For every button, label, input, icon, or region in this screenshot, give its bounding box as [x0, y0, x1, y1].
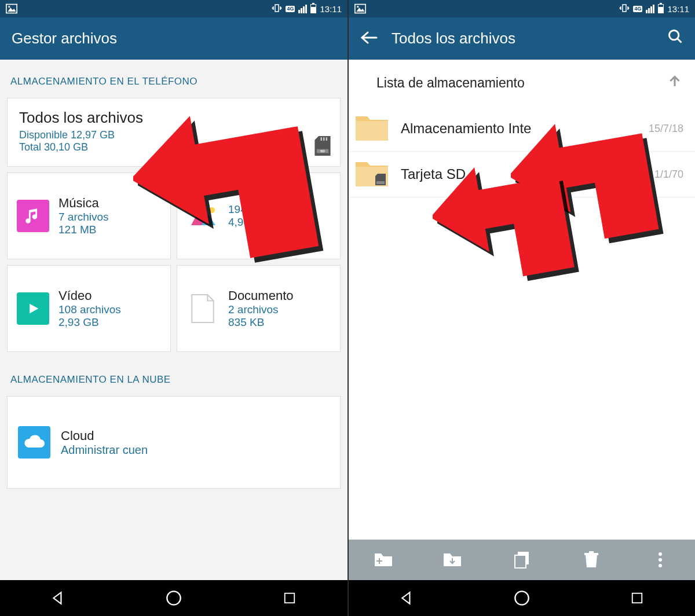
- tile-name: Vídeo: [58, 288, 121, 303]
- all-files-card[interactable]: Todos los archivos Disponible 12,97 GB T…: [7, 98, 341, 167]
- tile-count: 2 archivos: [228, 303, 294, 316]
- svg-point-34: [659, 564, 662, 567]
- content-right: Lista de almacenamiento Almacenamiento I…: [349, 60, 695, 540]
- row-date: 1/1/70: [654, 168, 683, 181]
- vibrate-icon: [619, 3, 630, 15]
- breadcrumb: Lista de almacenamiento: [349, 60, 695, 106]
- tile-size: 2,93 GB: [58, 316, 121, 329]
- network-badge: 4G: [633, 6, 642, 12]
- svg-rect-31: [589, 551, 594, 553]
- download-folder-button[interactable]: [418, 540, 488, 580]
- delete-button[interactable]: [557, 540, 626, 580]
- tile-count: 7 archivos: [58, 211, 109, 223]
- folder-sd-icon: [354, 160, 389, 189]
- svg-rect-36: [632, 593, 642, 603]
- nav-recent-button[interactable]: [628, 589, 646, 607]
- all-files-available: Disponible 12,97 GB: [19, 129, 328, 141]
- nav-back-button[interactable]: [398, 589, 415, 607]
- new-folder-button[interactable]: [349, 540, 418, 580]
- clock: 13:11: [667, 4, 689, 14]
- svg-text:SD: SD: [320, 149, 325, 153]
- nav-bar: [0, 580, 348, 616]
- svg-rect-7: [323, 137, 324, 141]
- svg-rect-19: [623, 5, 626, 12]
- tile-name: Música: [58, 196, 109, 211]
- back-button[interactable]: [360, 30, 378, 47]
- svg-marker-17: [356, 8, 364, 12]
- clock: 13:11: [320, 4, 342, 14]
- storage-row-internal[interactable]: Almacenamiento Inte 15/7/18: [349, 106, 695, 152]
- document-icon: [186, 292, 219, 325]
- nav-recent-button[interactable]: [281, 589, 298, 607]
- row-label: Tarjeta SD: [401, 166, 643, 182]
- vibrate-icon: [272, 3, 282, 15]
- svg-rect-3: [275, 5, 279, 12]
- section-cloud-storage: ALMACENAMIENTO EN LA NUBE: [0, 358, 348, 396]
- image-tile[interactable]: 194 4,98 GB: [177, 173, 341, 259]
- video-tile[interactable]: Vídeo 108 archivos 2,93 GB: [7, 265, 171, 352]
- svg-rect-8: [326, 137, 327, 141]
- all-files-total: Total 30,10 GB: [19, 141, 328, 153]
- signal-icon: [298, 5, 307, 13]
- app-title: Gestor archivos: [12, 30, 336, 47]
- folder-icon: [354, 114, 389, 143]
- phone-left: 4G 13:11 Gestor archivos ALMACENAMIENTO …: [0, 0, 348, 616]
- cloud-icon: [18, 426, 50, 459]
- picture-icon: [6, 3, 17, 14]
- cloud-card[interactable]: Cloud Administrar cuen: [7, 396, 341, 489]
- svg-marker-1: [8, 8, 16, 12]
- up-button[interactable]: [666, 72, 683, 93]
- nav-bar: [349, 580, 695, 616]
- video-icon: [17, 292, 49, 325]
- nav-home-button[interactable]: [165, 589, 182, 607]
- music-icon: [17, 200, 49, 232]
- svg-rect-21: [356, 121, 388, 141]
- copy-button[interactable]: [487, 540, 557, 580]
- status-bar: 4G 13:11: [349, 0, 695, 17]
- signal-icon: [646, 5, 654, 13]
- svg-rect-15: [285, 593, 295, 603]
- svg-rect-16: [355, 5, 365, 13]
- battery-icon: [658, 4, 664, 13]
- svg-rect-30: [584, 553, 598, 555]
- music-tile[interactable]: Música 7 archivos 121 MB: [7, 173, 171, 259]
- nav-home-button[interactable]: [513, 589, 531, 607]
- picture-icon: [354, 3, 366, 14]
- svg-point-33: [659, 558, 662, 562]
- cloud-name: Cloud: [61, 428, 148, 443]
- phone-right: 4G 13:11 Todos los archivos Lista de alm…: [348, 0, 695, 616]
- cloud-sub: Administrar cuen: [61, 443, 148, 457]
- row-label: Almacenamiento Inte: [401, 120, 637, 137]
- sd-card-icon: SD: [314, 136, 331, 158]
- svg-rect-0: [6, 5, 17, 13]
- row-date: 15/7/18: [649, 123, 683, 135]
- svg-rect-29: [515, 555, 526, 568]
- svg-point-11: [209, 207, 215, 213]
- tile-size: 4,98 GB: [228, 216, 269, 229]
- svg-point-32: [659, 552, 662, 556]
- battery-icon: [310, 4, 316, 13]
- bottom-toolbar: [349, 540, 695, 580]
- network-badge: 4G: [286, 6, 295, 12]
- more-button[interactable]: [626, 540, 695, 580]
- storage-row-sdcard[interactable]: Tarjeta SD 1/1/70: [349, 152, 695, 197]
- tile-count: 108 archivos: [58, 303, 121, 316]
- svg-rect-23: [376, 181, 385, 184]
- nav-back-button[interactable]: [49, 589, 67, 607]
- document-tile[interactable]: Documento 2 archivos 835 KB: [177, 265, 341, 352]
- breadcrumb-label: Lista de almacenamiento: [376, 75, 525, 91]
- section-phone-storage: ALMACENAMIENTO EN EL TELÉFONO: [0, 60, 348, 98]
- tile-size: 835 KB: [228, 316, 294, 329]
- search-button[interactable]: [667, 28, 683, 49]
- svg-point-14: [167, 591, 180, 604]
- svg-rect-27: [379, 558, 380, 564]
- svg-point-2: [8, 6, 10, 8]
- status-bar: 4G 13:11: [0, 0, 348, 17]
- app-bar: Gestor archivos: [0, 17, 348, 60]
- app-bar: Todos los archivos: [349, 17, 695, 60]
- tile-count: 194: [228, 203, 269, 216]
- svg-point-35: [515, 591, 528, 604]
- svg-rect-6: [321, 137, 322, 141]
- svg-point-18: [357, 6, 359, 8]
- svg-marker-12: [30, 304, 38, 313]
